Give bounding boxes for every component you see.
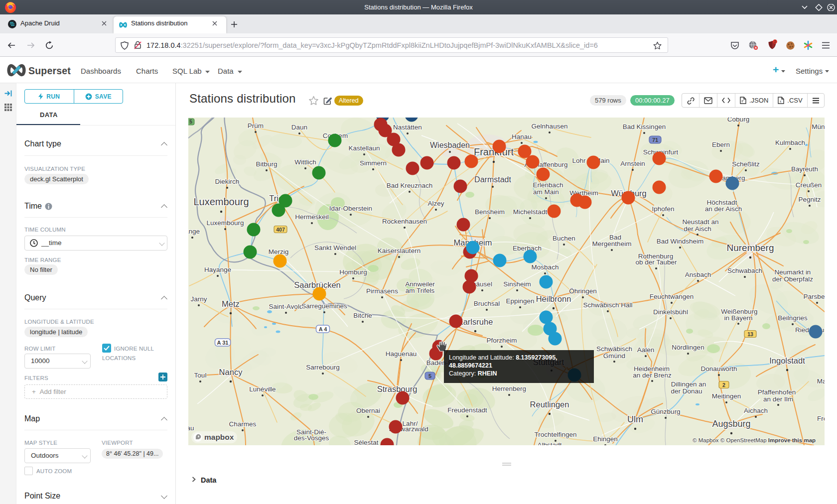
svg-text:Haguenau: Haguenau (386, 350, 417, 358)
svg-text:Mainburg: Mainburg (817, 378, 825, 385)
svg-text:Augsburg: Augsburg (712, 419, 750, 429)
svg-text:Mergentheim: Mergentheim (592, 240, 632, 248)
svg-text:Simmern: Simmern (360, 159, 387, 167)
svg-text:Pegnitz: Pegnitz (798, 196, 821, 203)
svg-text:Schwäbisch: Schwäbisch (596, 345, 632, 353)
svg-text:71: 71 (652, 137, 658, 143)
svg-text:Neustadt an: Neustadt an (683, 218, 719, 226)
svg-text:Ulm: Ulm (627, 414, 643, 424)
svg-text:Meitingen: Meitingen (712, 392, 741, 400)
svg-text:der Donau: der Donau (671, 387, 702, 395)
svg-text:Donauwörth: Donauwörth (701, 365, 737, 373)
svg-text:Bad Windsheim: Bad Windsheim (657, 238, 704, 245)
svg-text:an der Ilm: an der Ilm (763, 395, 793, 403)
svg-text:Diekirch: Diekirch (215, 178, 240, 185)
svg-text:Herrenberg: Herrenberg (492, 385, 526, 392)
svg-text:Gelnhausen: Gelnhausen (532, 123, 568, 130)
svg-text:mapbox: mapbox (204, 433, 234, 441)
svg-text:des-Vosges: des-Vosges (294, 434, 329, 442)
svg-text:Sankt Wendel: Sankt Wendel (314, 244, 356, 252)
svg-text:Kulmbach: Kulmbach (775, 139, 805, 146)
svg-text:Scheßlitz: Scheßlitz (732, 160, 760, 168)
svg-text:Hanau: Hanau (512, 133, 532, 140)
svg-text:5: 5 (189, 119, 192, 125)
svg-text:Reutlingen: Reutlingen (530, 400, 569, 409)
svg-text:Aalen: Aalen (637, 346, 655, 354)
svg-text:Kaiserslautern: Kaiserslautern (378, 247, 420, 254)
svg-text:der Aisch: der Aisch (684, 225, 711, 233)
svg-text:Karlsruhe: Karlsruhe (458, 317, 493, 326)
svg-text:Darmstadt: Darmstadt (474, 175, 511, 184)
svg-text:407: 407 (276, 227, 285, 233)
svg-text:Sélestat: Sélestat (354, 439, 379, 445)
svg-text:Hermeskeil: Hermeskeil (295, 213, 329, 221)
svg-text:Lunéville: Lunéville (249, 385, 276, 393)
svg-text:Rockenhausen: Rockenhausen (382, 218, 427, 225)
svg-text:Dinkelsbühl: Dinkelsbühl (653, 308, 688, 316)
svg-text:Freising: Freising (817, 415, 825, 422)
svg-text:Nastätten: Nastätten (393, 124, 422, 131)
svg-text:© Mapbox © OpenStreetMap Impro: © Mapbox © OpenStreetMap Improve this ma… (693, 437, 816, 443)
svg-text:Bitburg: Bitburg (256, 160, 278, 168)
svg-text:Strasbourg: Strasbourg (377, 384, 418, 393)
svg-text:5: 5 (428, 373, 431, 379)
svg-text:Trochtelfingen: Trochtelfingen (534, 431, 576, 438)
svg-text:Idar-Oberstein: Idar-Oberstein (329, 205, 372, 212)
svg-text:Münchberg: Münchberg (812, 123, 825, 130)
svg-text:au: au (188, 424, 194, 432)
svg-text:Sarrebourg: Sarrebourg (306, 364, 340, 371)
svg-text:Aichach: Aichach (744, 407, 768, 414)
svg-text:Daun: Daun (291, 124, 307, 131)
svg-text:Pforzheim: Pforzheim (487, 337, 517, 344)
svg-text:Bad Kissingen: Bad Kissingen (623, 123, 666, 130)
svg-text:Kastellaun: Kastellaun (348, 144, 380, 152)
svg-text:Bayreuth: Bayreuth (791, 165, 818, 173)
svg-text:in Bayern: in Bayern (724, 314, 752, 322)
svg-text:Luxembourg: Luxembourg (206, 219, 244, 227)
svg-text:2: 2 (722, 382, 725, 388)
svg-text:ange: ange (188, 228, 200, 235)
svg-text:Metz: Metz (222, 299, 240, 308)
svg-text:Nördlingen: Nördlingen (672, 344, 704, 351)
svg-text:Bitche: Bitche (353, 312, 372, 319)
svg-text:Coburg: Coburg (727, 118, 749, 123)
svg-text:Buchen: Buchen (553, 235, 575, 242)
svg-text:Parsberg: Parsberg (804, 293, 825, 300)
svg-text:Schwäbisch Hall: Schwäbisch Hall (583, 301, 632, 309)
svg-text:Wittlich: Wittlich (294, 158, 316, 166)
svg-text:Creußen: Creußen (796, 181, 822, 189)
svg-text:Sarreguemines: Sarreguemines (301, 302, 347, 310)
svg-text:am Main: am Main (533, 188, 559, 196)
svg-text:Freudenstadt: Freudenstadt (447, 406, 487, 414)
svg-text:Charmes: Charmes (229, 420, 257, 428)
svg-text:Dillingen an: Dillingen an (671, 380, 706, 388)
svg-text:Ansbach: Ansbach (685, 271, 711, 278)
svg-text:ob der Tauber: ob der Tauber (635, 258, 677, 266)
svg-text:A 4: A 4 (319, 326, 328, 332)
svg-text:Beilngries: Beilngries (778, 314, 808, 322)
svg-text:Jarny: Jarny (190, 295, 207, 303)
svg-text:13: 13 (747, 331, 753, 337)
svg-text:Arnstein: Arnstein (620, 160, 645, 167)
svg-text:Alzey: Alzey (427, 200, 444, 207)
svg-text:Luxembourg: Luxembourg (193, 196, 249, 207)
svg-text:Eppingen: Eppingen (506, 297, 534, 305)
svg-text:Nancy: Nancy (219, 368, 243, 377)
svg-text:Öhringen: Öhringen (569, 287, 597, 295)
svg-text:x: x (780, 100, 782, 103)
svg-text:A 31: A 31 (217, 340, 229, 346)
svg-text:Sinsheim: Sinsheim (503, 280, 531, 288)
svg-text:Wiesbaden: Wiesbaden (430, 141, 470, 149)
svg-text:Obernai: Obernai (356, 407, 380, 414)
svg-text:Ehingen: Ehingen (593, 435, 618, 443)
svg-text:an der Brenz: an der Brenz (633, 372, 672, 379)
svg-text:Hayange: Hayange (204, 266, 231, 273)
svg-text:Albstadt: Albstadt (538, 441, 562, 445)
svg-text:Prüm: Prüm (248, 122, 264, 129)
svg-text:Schwabach: Schwabach (727, 267, 762, 274)
svg-text:an der Aisch: an der Aisch (705, 205, 742, 213)
svg-text:Pirmasens: Pirmasens (366, 287, 398, 295)
svg-text:Pfaffenhofen: Pfaffenhofen (758, 388, 796, 396)
svg-text:Nuremberg: Nuremberg (726, 243, 774, 253)
svg-text:Neumarkt in: Neumarkt in (775, 268, 811, 276)
